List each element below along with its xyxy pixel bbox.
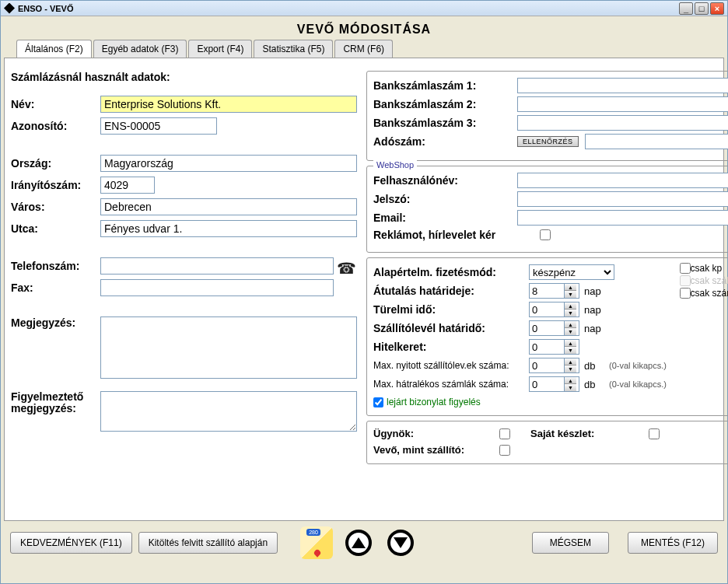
street-label: Utca: bbox=[11, 222, 100, 235]
invoice-only-checkbox[interactable] bbox=[680, 288, 691, 299]
warn-field[interactable] bbox=[100, 391, 357, 432]
own-stock-label: Saját készlet: bbox=[530, 428, 639, 439]
acct1-label: Bankszámlaszám 1: bbox=[373, 79, 517, 92]
country-label: Ország: bbox=[11, 157, 100, 170]
map-button[interactable] bbox=[298, 524, 335, 561]
next-button[interactable] bbox=[382, 524, 419, 561]
open-slip-label: Max. nyitott szállítólev.ek száma: bbox=[373, 360, 529, 371]
buyer-supplier-checkbox[interactable] bbox=[499, 445, 510, 456]
tab-stats[interactable]: Statisztika (F5) bbox=[254, 40, 333, 58]
footer-bar: KEDVEZMÉNYEK (F11) Kitöltés felvitt szál… bbox=[4, 521, 724, 565]
acct1-field[interactable] bbox=[517, 78, 728, 93]
ws-pwd-label: Jelszó: bbox=[373, 193, 517, 205]
billing-section: Számlázásnál használt adatok: Név: Azono… bbox=[11, 71, 363, 469]
pay-default-label: Alapértelm. fizetésmód: bbox=[373, 266, 529, 278]
pay-transfer-label: Átutalás határideje: bbox=[373, 285, 529, 297]
open-slip-field[interactable] bbox=[530, 360, 564, 372]
agent-label: Ügynök: bbox=[373, 428, 490, 439]
webshop-legend: WebShop bbox=[373, 160, 417, 170]
cash-only-checkbox[interactable] bbox=[680, 263, 691, 274]
zip-label: Irányítószám: bbox=[11, 179, 100, 191]
ws-pwd-field[interactable] bbox=[517, 191, 728, 207]
phone-field[interactable] bbox=[100, 257, 334, 275]
pay-slip-field[interactable] bbox=[530, 323, 564, 334]
note-label: Megjegyzés: bbox=[11, 316, 100, 329]
pay-slip-label: Szállítólevél határidő: bbox=[373, 322, 529, 334]
id-label: Azonosító: bbox=[11, 120, 100, 132]
tab-general[interactable]: Általános (F2) bbox=[16, 40, 92, 58]
city-field[interactable] bbox=[100, 198, 357, 215]
maximize-button[interactable]: □ bbox=[695, 2, 709, 15]
ws-user-field[interactable] bbox=[517, 173, 728, 188]
cancel-button[interactable]: MÉGSEM bbox=[532, 532, 609, 554]
arrears-label: Max. hátralékos számlák száma: bbox=[373, 379, 529, 390]
minimize-button[interactable]: _ bbox=[679, 2, 693, 15]
pay-transfer-field[interactable] bbox=[530, 285, 564, 297]
acct3-label: Bankszámlaszám 3: bbox=[373, 117, 517, 129]
tab-crm[interactable]: CRM (F6) bbox=[334, 40, 393, 58]
arrow-down-icon bbox=[387, 530, 414, 556]
webshop-section: WebShop Felhasználónév: Jelszó: Email: R… bbox=[366, 166, 728, 253]
pay-default-select[interactable]: készpénz bbox=[529, 264, 614, 280]
window-title: ENSO - VEVŐ bbox=[18, 4, 677, 13]
acct2-field[interactable] bbox=[517, 96, 728, 112]
tax-label: Adószám: bbox=[373, 135, 517, 148]
discounts-button[interactable]: KEDVEZMÉNYEK (F11) bbox=[10, 532, 132, 554]
street-field[interactable] bbox=[100, 220, 357, 237]
ws-news-checkbox[interactable] bbox=[540, 229, 551, 240]
tab-strip: Általános (F2) Egyéb adatok (F3) Export … bbox=[4, 40, 724, 58]
city-label: Város: bbox=[11, 201, 100, 213]
pay-grace-field[interactable] bbox=[530, 304, 564, 316]
pay-credit-field[interactable] bbox=[530, 341, 564, 353]
arrow-up-icon bbox=[345, 530, 372, 556]
acct2-label: Bankszámlaszám 2: bbox=[373, 98, 517, 110]
app-window: ENSO - VEVŐ _ □ × VEVŐ MÓDOSITÁSA Általá… bbox=[0, 0, 728, 584]
pay-grace-label: Türelmi idő: bbox=[373, 303, 529, 316]
expired-watch-label: lejárt bizonylat figyelés bbox=[387, 397, 481, 407]
invoice-only-label: csak számla bbox=[691, 288, 729, 299]
agent-checkbox[interactable] bbox=[499, 428, 510, 439]
pay-credit-label: Hitelkeret: bbox=[373, 341, 529, 353]
ws-email-label: Email: bbox=[373, 212, 517, 224]
buyer-supplier-label: Vevő, mint szállító: bbox=[373, 444, 490, 456]
ws-email-field[interactable] bbox=[517, 210, 728, 226]
save-button[interactable]: MENTÉS (F12) bbox=[628, 532, 718, 554]
tax-check-button[interactable]: ELLENŐRZÉS bbox=[517, 136, 579, 147]
bank-section: Bankszámlaszám 1: Bankszámlaszám 2: Bank… bbox=[366, 71, 728, 161]
prev-button[interactable] bbox=[340, 524, 377, 561]
tab-export[interactable]: Export (F4) bbox=[188, 40, 252, 58]
acct3-field[interactable] bbox=[517, 115, 728, 131]
phone-icon[interactable] bbox=[337, 259, 357, 273]
titlebar: ENSO - VEVŐ _ □ × bbox=[1, 1, 727, 16]
country-field[interactable] bbox=[100, 155, 357, 172]
warn-label: Figyelmeztető megjegyzés: bbox=[11, 391, 100, 414]
zip-field[interactable] bbox=[100, 177, 155, 194]
billing-heading: Számlázásnál használt adatok: bbox=[11, 71, 357, 83]
own-stock-checkbox[interactable] bbox=[649, 428, 660, 439]
fax-label: Fax: bbox=[11, 282, 100, 294]
flags-section: Ügynök: Saját készlet: Vevő, mint szállí… bbox=[366, 421, 728, 464]
cash-only-label: csak kp bbox=[691, 263, 723, 274]
close-button[interactable]: × bbox=[710, 2, 724, 15]
name-field[interactable] bbox=[100, 96, 357, 113]
payment-section: csak kp csak szállító csak számla Alapér… bbox=[366, 257, 728, 416]
ws-news-label: Reklámot, hírlevelet kér bbox=[373, 229, 537, 241]
app-icon bbox=[4, 3, 15, 14]
tab-panel: Számlázásnál használt adatok: Név: Azono… bbox=[4, 58, 724, 521]
tax-field[interactable] bbox=[585, 134, 728, 149]
fax-field[interactable] bbox=[100, 279, 334, 296]
expired-watch-checkbox[interactable] bbox=[373, 397, 383, 407]
carrier-only-checkbox bbox=[680, 275, 691, 286]
id-field[interactable] bbox=[100, 117, 217, 135]
carrier-only-label: csak szállító bbox=[691, 275, 729, 286]
name-label: Név: bbox=[11, 98, 100, 110]
phone-label: Telefonszám: bbox=[11, 260, 100, 272]
map-icon bbox=[300, 526, 333, 559]
page-title: VEVŐ MÓDOSITÁSA bbox=[4, 16, 724, 40]
arrears-field[interactable] bbox=[530, 379, 564, 390]
tab-other[interactable]: Egyéb adatok (F3) bbox=[93, 40, 187, 58]
ws-user-label: Felhasználónév: bbox=[373, 174, 517, 187]
note-field[interactable] bbox=[100, 316, 357, 379]
fill-from-supplier-button[interactable]: Kitöltés felvitt szállító alapján bbox=[138, 532, 278, 554]
